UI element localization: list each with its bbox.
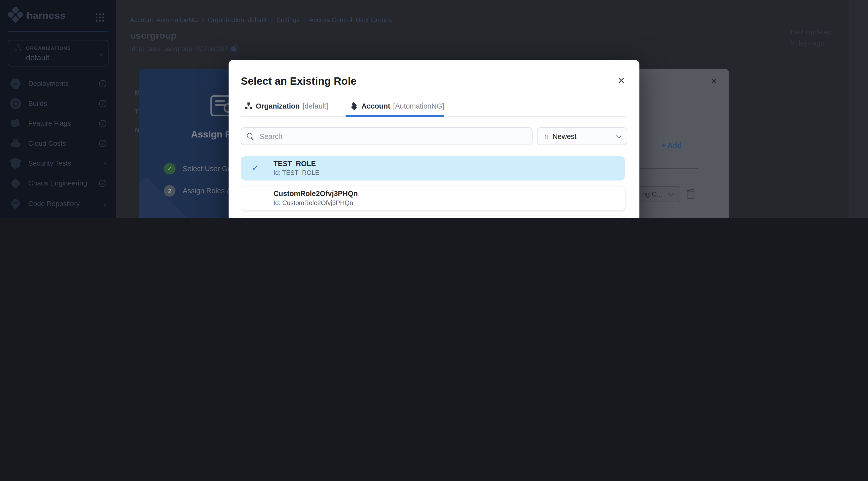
breadcrumb-organization[interactable]: Organization: default <box>208 17 267 23</box>
breadcrumb-separator: › <box>271 17 273 23</box>
right-utility-strip <box>849 0 868 218</box>
close-icon[interactable]: ✕ <box>618 76 625 86</box>
search-box <box>241 127 533 145</box>
wizard-step-2: 2 Assign Roles an <box>164 185 235 197</box>
breadcrumb-separator: › <box>303 17 305 23</box>
chevron-right-icon: › <box>104 200 106 208</box>
sidebar-item-developer-portal[interactable]: Developer Portal i <box>0 214 116 218</box>
chevron-right-icon: › <box>100 49 102 58</box>
role-row[interactable]: CustomRole2Ofvj3PHQn Id: CustomRole2Ofvj… <box>241 186 625 211</box>
sidebar-item-cloud-costs[interactable]: Cloud Costs i <box>0 133 116 153</box>
breadcrumb-separator: › <box>202 17 204 23</box>
wizard-title-fragment: Assign R <box>191 129 231 140</box>
scope-tabs: Organization [default] Account [Automati… <box>241 102 627 117</box>
feature-flags-icon <box>10 118 21 129</box>
info-icon[interactable]: i <box>99 100 106 107</box>
sidebar: harness ORGANIZATIONS default › ∞ Deploy… <box>0 0 116 218</box>
breadcrumb: Account: AutomationNG › Organization: de… <box>130 17 392 23</box>
breadcrumb-account[interactable]: Account: AutomationNG <box>130 17 198 23</box>
search-icon <box>247 133 254 140</box>
apps-grid-icon[interactable] <box>96 13 104 22</box>
breadcrumb-settings[interactable]: Settings <box>277 17 300 23</box>
role-row[interactable]: pl_auto_role_qR9Jhmk7Mg Id: pl_auto_role… <box>241 216 625 218</box>
role-list: ✓ TEST_ROLE Id: TEST_ROLE CustomRole2Ofv… <box>241 156 627 218</box>
chevron-right-icon: › <box>104 159 106 168</box>
chevron-down-icon <box>616 133 622 138</box>
sort-icon: ↑↓ <box>544 133 548 140</box>
harness-logo-text: harness <box>27 10 66 21</box>
info-icon[interactable]: i <box>99 80 106 87</box>
sidebar-item-feature-flags[interactable]: Feature Flags i <box>0 114 116 133</box>
sort-select[interactable]: ↑↓ Newest <box>537 127 627 145</box>
org-hierarchy-icon <box>15 44 23 52</box>
trash-icon[interactable] <box>686 189 694 198</box>
search-input[interactable] <box>258 131 526 141</box>
cloud-costs-icon <box>10 138 21 149</box>
last-updated: Last Updated 5 days ago <box>790 27 832 49</box>
chaos-engineering-icon <box>10 178 21 189</box>
org-selector-label: ORGANIZATIONS <box>15 44 102 52</box>
org-selector[interactable]: ORGANIZATIONS default › <box>8 40 108 67</box>
tab-organization[interactable]: Organization [default] <box>245 102 328 110</box>
sidebar-item-chaos-engineering[interactable]: Chaos Engineering i <box>0 173 116 193</box>
sort-value: Newest <box>553 132 577 141</box>
wizard-step-1: ✓ Select User Gro <box>164 163 234 174</box>
copy-icon[interactable] <box>231 46 238 52</box>
builds-icon <box>10 98 21 109</box>
screen: harness ORGANIZATIONS default › ∞ Deploy… <box>0 0 868 218</box>
step-check-icon: ✓ <box>164 163 175 174</box>
check-icon: ✓ <box>252 163 259 173</box>
tab-account[interactable]: Account [AutomationNG] <box>351 102 444 110</box>
page-id-line: Id: pl_auto_usergroup_4D7bcClJj7 <box>130 46 238 52</box>
close-icon[interactable]: ✕ <box>711 77 718 86</box>
select-existing-role-modal: Select an Existing Role ✕ Organization [… <box>228 60 639 218</box>
background-text-fragment: T <box>135 108 139 115</box>
info-icon[interactable]: i <box>99 140 106 147</box>
step-number: 2 <box>164 185 175 197</box>
chevron-down-icon <box>668 191 674 196</box>
modal-title: Select an Existing Role <box>241 76 356 87</box>
org-hierarchy-icon <box>245 102 253 110</box>
last-updated-label: Last Updated <box>790 27 832 38</box>
active-tab-indicator <box>345 115 444 117</box>
divider <box>640 169 698 169</box>
breadcrumb-current: Access Control: User Groups <box>309 17 392 23</box>
page-title: usergroup <box>130 30 177 41</box>
layers-icon <box>351 102 359 110</box>
info-icon[interactable]: i <box>99 180 106 187</box>
sidebar-item-builds[interactable]: Builds i <box>0 93 116 113</box>
role-row-test-role[interactable]: ✓ TEST_ROLE Id: TEST_ROLE <box>241 156 625 181</box>
deployments-icon: ∞ <box>10 78 21 89</box>
sidebar-item-deployments[interactable]: ∞ Deployments i <box>0 73 116 93</box>
sidebar-item-security-tests[interactable]: Security Tests › <box>0 154 116 173</box>
code-repository-icon <box>10 198 21 209</box>
sidebar-item-code-repository[interactable]: Code Repository › <box>0 194 116 214</box>
sidebar-divider <box>8 31 108 32</box>
security-tests-icon <box>10 158 21 169</box>
harness-logo[interactable]: harness <box>9 9 66 22</box>
org-selector-value: default <box>26 53 102 62</box>
last-updated-value: 5 days ago <box>790 38 832 49</box>
harness-logo-icon <box>6 6 25 25</box>
add-role-binding-button[interactable]: + Add <box>661 141 681 150</box>
info-icon[interactable]: i <box>99 120 106 127</box>
